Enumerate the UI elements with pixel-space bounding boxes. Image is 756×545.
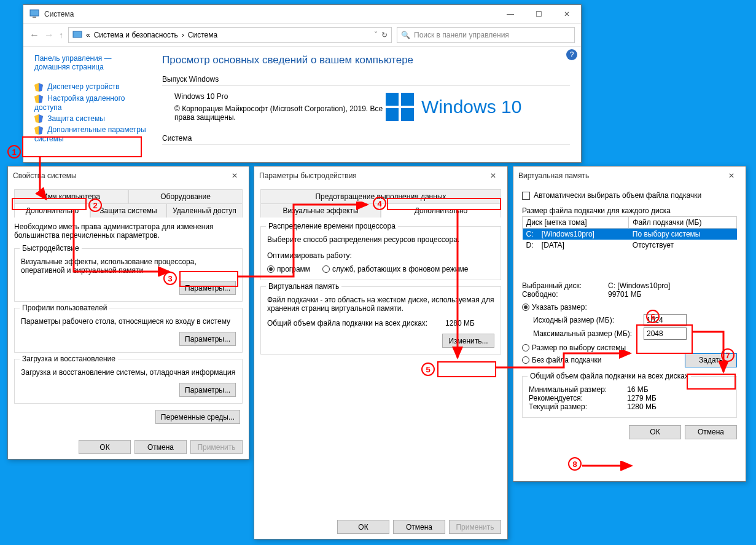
svg-rect-3	[386, 93, 399, 106]
edition-label: Выпуск Windows	[162, 75, 570, 84]
radio-programs[interactable]: программ	[267, 265, 310, 273]
windows-logo: Windows 10	[386, 92, 570, 122]
close-button[interactable]: ✕	[479, 167, 507, 185]
initial-size-label: Исходный размер (МБ):	[533, 316, 644, 324]
system-section-label: Система	[162, 134, 570, 143]
svg-rect-4	[401, 93, 414, 106]
refresh-icon[interactable]: ↻	[381, 31, 388, 39]
close-button[interactable]: ✕	[553, 5, 581, 23]
profiles-desc: Параметры рабочего стола, относящиеся ко…	[21, 317, 236, 326]
close-button[interactable]: ✕	[220, 167, 249, 185]
tab-protection[interactable]: Защита системы	[90, 203, 166, 218]
breadcrumb-sep: ›	[182, 31, 184, 39]
tab-remote[interactable]: Удаленный доступ	[166, 203, 243, 218]
disk-row-d[interactable]: D: [DATA] Отсутствует	[523, 240, 737, 251]
system-window: Система — ☐ ✕ ← → ↑ « Система и безопасн…	[23, 4, 582, 163]
window-title: Система	[39, 10, 496, 18]
selected-drive-value: C: [Windows10pro]	[608, 281, 670, 290]
max-size-label: Максимальный размер (МБ):	[533, 329, 644, 338]
close-button[interactable]: ✕	[717, 167, 746, 185]
free-value: 99701 МБ	[608, 290, 642, 299]
breadcrumb-prefix: «	[86, 31, 90, 39]
radio-services[interactable]: служб, работающих в фоновом режиме	[322, 265, 468, 273]
max-size-input[interactable]	[644, 327, 687, 340]
back-button[interactable]: ←	[29, 29, 39, 41]
set-button[interactable]: Задать	[685, 353, 737, 367]
startup-settings-button[interactable]: Параметры...	[179, 383, 236, 397]
control-panel-home[interactable]: Панель управления — домашняя страница	[34, 54, 147, 71]
svg-rect-5	[386, 108, 399, 121]
forward-button[interactable]: →	[44, 29, 54, 41]
profiles-settings-button[interactable]: Параметры...	[179, 332, 236, 346]
sidebar-item-remote[interactable]: Настройка удаленного доступа	[34, 94, 147, 112]
performance-settings-button[interactable]: Параметры...	[179, 281, 236, 295]
search-input[interactable]: 🔍 Поиск в панели управления	[397, 27, 575, 43]
search-icon: 🔍	[401, 31, 410, 39]
ok-button[interactable]: ОК	[79, 440, 131, 454]
address-bar[interactable]: « Система и безопасность › Система ˅ ↻	[68, 27, 392, 43]
radio-custom-size[interactable]: Указать размер:	[522, 303, 587, 312]
performance-group: Быстродействие Визуальные эффекты, испол…	[14, 248, 243, 302]
profiles-group: Профили пользователей Параметры рабочего…	[14, 308, 243, 353]
disk-row-c[interactable]: C: [Windows10pro] По выбору системы	[523, 228, 737, 240]
breadcrumb-dropdown[interactable]: ˅	[374, 31, 378, 39]
radio-system-size[interactable]: Размер по выбору системы	[522, 343, 626, 352]
vmem-total-label: Общий объем файла подкачки на всех диска…	[267, 319, 445, 327]
tab-advanced[interactable]: Дополнительно	[14, 203, 90, 218]
pc-icon	[72, 31, 82, 39]
titlebar: Система — ☐ ✕	[23, 5, 581, 23]
shield-icon	[34, 126, 43, 135]
optimize-label: Оптимизировать работу:	[267, 251, 494, 260]
apply-button[interactable]: Применить	[190, 440, 243, 454]
svg-rect-2	[73, 31, 82, 37]
cancel-button[interactable]: Отмена	[685, 425, 737, 439]
help-icon[interactable]: ?	[566, 49, 577, 60]
ok-button[interactable]: ОК	[629, 425, 681, 439]
edition-value: Windows 10 Pro	[174, 92, 386, 101]
tab-advanced[interactable]: Дополнительно	[381, 203, 501, 218]
copyright: © Корпорация Майкрософт (Microsoft Corpo…	[174, 104, 383, 122]
svg-rect-0	[30, 10, 39, 16]
svg-rect-6	[401, 108, 414, 121]
change-button[interactable]: Изменить...	[442, 334, 494, 348]
annotation-1: 1	[7, 145, 21, 159]
initial-size-input[interactable]	[644, 314, 687, 326]
vmem-total-value: 1280 МБ	[445, 319, 494, 327]
radio-no-pagefile[interactable]: Без файла подкачки	[522, 356, 685, 364]
performance-desc: Визуальные эффекты, использование процес…	[21, 257, 236, 275]
cancel-button[interactable]: Отмена	[393, 520, 445, 534]
dialog-title: Параметры быстродействия	[254, 171, 479, 180]
tab-visual-effects[interactable]: Визуальные эффекты	[260, 203, 381, 218]
sidebar-item-device-manager[interactable]: Диспетчер устройств	[34, 82, 147, 92]
ok-button[interactable]: ОК	[337, 520, 389, 534]
scheduling-group: Распределение времени процессора Выберит…	[260, 226, 501, 280]
virtual-memory-dialog: Виртуальная память ✕ Автоматически выбир…	[513, 166, 746, 482]
apply-button[interactable]: Применить	[449, 520, 501, 534]
admin-note: Необходимо иметь права администратора дл…	[8, 218, 249, 245]
tab-hardware[interactable]: Оборудование	[128, 189, 243, 203]
totals-group: Общий объем файла подкачки на всех диска…	[522, 376, 737, 418]
shield-icon	[34, 83, 43, 92]
size-per-disk-label: Размер файла подкачки для каждого диска	[522, 206, 737, 215]
system-icon	[23, 9, 39, 20]
sidebar-item-advanced[interactable]: Дополнительные параметры системы	[34, 125, 147, 143]
env-variables-button[interactable]: Переменные среды...	[155, 410, 240, 424]
maximize-button[interactable]: ☐	[524, 5, 553, 23]
performance-options-dialog: Параметры быстродействия ✕ Предотвращени…	[254, 166, 508, 539]
sidebar-item-protection[interactable]: Защита системы	[34, 114, 147, 124]
tab-computer-name[interactable]: Имя компьютера	[14, 189, 128, 203]
minimize-button[interactable]: —	[496, 5, 524, 23]
dialog-title: Свойства системы	[8, 171, 220, 180]
disk-list[interactable]: Диск [метка тома]Файл подкачки (МБ) C: […	[522, 216, 737, 275]
up-button[interactable]: ↑	[59, 30, 63, 40]
startup-desc: Загрузка и восстановление системы, отлад…	[21, 368, 236, 377]
dialog-title: Виртуальная память	[513, 171, 717, 180]
cancel-button[interactable]: Отмена	[134, 440, 187, 454]
selected-drive-label: Выбранный диск:	[522, 281, 608, 290]
breadcrumb-1[interactable]: Система и безопасность	[94, 31, 178, 39]
startup-group: Загрузка и восстановление Загрузка и вос…	[14, 359, 243, 404]
tab-dep[interactable]: Предотвращение выполнения данных	[260, 189, 501, 203]
breadcrumb-2[interactable]: Система	[188, 31, 217, 39]
auto-checkbox[interactable]: Автоматически выбирать объем файла подка…	[522, 191, 701, 200]
page-title: Просмотр основных сведений о вашем компь…	[162, 54, 570, 66]
